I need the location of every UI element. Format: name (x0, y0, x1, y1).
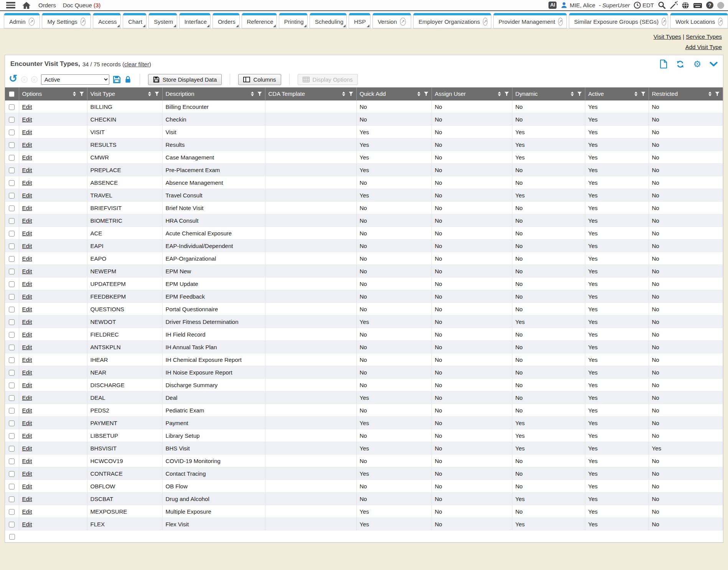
ai-badge[interactable]: AI (548, 2, 557, 8)
collapse-panel-button[interactable] (710, 62, 718, 67)
edit-link[interactable]: Edit (22, 394, 32, 401)
language-globe-button[interactable] (682, 2, 689, 9)
save-view-button[interactable] (113, 76, 121, 84)
row-checkbox[interactable] (9, 496, 15, 502)
sort-icon[interactable] (417, 92, 420, 96)
row-checkbox[interactable] (9, 370, 15, 376)
edit-link[interactable]: Edit (22, 116, 32, 123)
sort-icon[interactable] (342, 92, 345, 96)
edit-link[interactable]: Edit (22, 420, 32, 426)
edit-link[interactable]: Edit (22, 458, 32, 464)
edit-link[interactable]: Edit (22, 369, 32, 376)
row-checkbox[interactable] (9, 408, 15, 414)
edit-link[interactable]: Edit (22, 129, 32, 135)
select-all-checkbox[interactable] (9, 91, 15, 97)
edit-link[interactable]: Edit (22, 217, 32, 224)
tab-version[interactable]: Version↗ (372, 13, 411, 28)
tab-system[interactable]: System (148, 13, 177, 28)
edit-link[interactable]: Edit (22, 205, 32, 211)
edit-link[interactable]: Edit (22, 154, 32, 161)
edit-link[interactable]: Edit (22, 192, 32, 199)
row-checkbox[interactable] (9, 281, 15, 287)
row-checkbox[interactable] (9, 193, 15, 199)
filter-icon[interactable] (577, 92, 582, 96)
tab-my-settings[interactable]: My Settings↗ (42, 13, 91, 28)
breadcrumb-orders[interactable]: Orders (38, 2, 56, 8)
help-button[interactable]: ? (706, 2, 713, 9)
lock-view-button[interactable] (124, 76, 132, 84)
edit-link[interactable]: Edit (22, 179, 32, 186)
edit-link[interactable]: Edit (22, 432, 32, 439)
tab-orders[interactable]: Orders (212, 13, 240, 28)
edit-link[interactable]: Edit (22, 281, 32, 287)
sort-icon[interactable] (634, 92, 637, 96)
edit-link[interactable]: Edit (22, 521, 32, 527)
tab-printing[interactable]: Printing (279, 13, 308, 28)
tab-access[interactable]: Access (93, 13, 121, 28)
filter-icon[interactable] (257, 92, 262, 96)
sort-icon[interactable] (498, 92, 501, 96)
sort-icon[interactable] (251, 92, 254, 96)
row-checkbox[interactable] (9, 205, 15, 211)
row-checkbox[interactable] (9, 383, 15, 388)
tab-work-locations[interactable]: Work Locations↗ (670, 13, 728, 28)
row-checkbox[interactable] (9, 446, 15, 452)
clear-filter-link[interactable]: clear filter (124, 61, 149, 67)
edit-link[interactable]: Edit (22, 230, 32, 237)
tab-provider-management[interactable]: Provider Management↗ (493, 13, 567, 28)
sort-icon[interactable] (708, 92, 712, 96)
search-button[interactable] (658, 1, 666, 9)
row-checkbox[interactable] (9, 395, 15, 401)
filter-icon[interactable] (641, 92, 646, 96)
edit-link[interactable]: Edit (22, 268, 32, 274)
row-checkbox[interactable] (9, 294, 15, 300)
filter-icon[interactable] (504, 92, 509, 96)
tab-hsp[interactable]: HSP (349, 13, 371, 28)
visit-types-link[interactable]: Visit Types (654, 33, 681, 40)
sort-icon[interactable] (571, 92, 574, 96)
edit-link[interactable]: Edit (22, 103, 32, 110)
grid-settings-button[interactable]: ⚙ (693, 60, 701, 69)
edit-link[interactable]: Edit (22, 496, 32, 502)
service-types-link[interactable]: Service Types (686, 33, 722, 40)
row-checkbox[interactable] (9, 522, 15, 527)
row-checkbox[interactable] (9, 218, 15, 224)
edit-link[interactable]: Edit (22, 508, 32, 515)
row-checkbox[interactable] (9, 307, 15, 312)
filter-icon[interactable] (349, 92, 353, 96)
row-checkbox[interactable] (9, 332, 15, 338)
row-checkbox[interactable] (9, 471, 15, 477)
columns-button[interactable]: Columns (238, 74, 281, 85)
undo-button[interactable]: ↺ (9, 74, 18, 84)
row-checkbox[interactable] (9, 130, 15, 135)
row-checkbox[interactable] (9, 155, 15, 161)
footer-select-all-checkbox[interactable] (9, 534, 15, 540)
row-checkbox[interactable] (9, 180, 15, 186)
row-checkbox[interactable] (9, 243, 15, 249)
edit-link[interactable]: Edit (22, 470, 32, 477)
row-checkbox[interactable] (9, 319, 15, 325)
macro-wand-button[interactable] (670, 1, 678, 9)
tab-similar-exposure-groups-segs[interactable]: Similar Exposure Groups (SEGs)↗ (569, 13, 668, 28)
edit-link[interactable]: Edit (22, 344, 32, 350)
row-checkbox[interactable] (9, 142, 15, 148)
timezone-button[interactable]: EDT (634, 2, 654, 9)
row-checkbox[interactable] (9, 458, 15, 464)
filter-icon[interactable] (715, 92, 720, 96)
tab-reference[interactable]: Reference (242, 13, 277, 28)
tab-interface[interactable]: Interface (179, 13, 211, 28)
row-checkbox[interactable] (9, 484, 15, 490)
tab-admin[interactable]: Admin↗ (4, 13, 40, 28)
breadcrumb-doc-queue[interactable]: Doc Queue (3) (63, 2, 100, 8)
row-checkbox[interactable] (9, 345, 15, 350)
user-menu[interactable]: MIE, Alice - SuperUser (560, 2, 630, 9)
edit-link[interactable]: Edit (22, 255, 32, 262)
edit-link[interactable]: Edit (22, 167, 32, 173)
new-record-button[interactable] (660, 59, 667, 69)
sort-icon[interactable] (73, 92, 76, 96)
row-checkbox[interactable] (9, 231, 15, 237)
add-visit-type-link[interactable]: Add Visit Type (685, 44, 722, 50)
tab-scheduling[interactable]: Scheduling (310, 13, 347, 28)
row-checkbox[interactable] (9, 509, 15, 515)
edit-link[interactable]: Edit (22, 293, 32, 300)
